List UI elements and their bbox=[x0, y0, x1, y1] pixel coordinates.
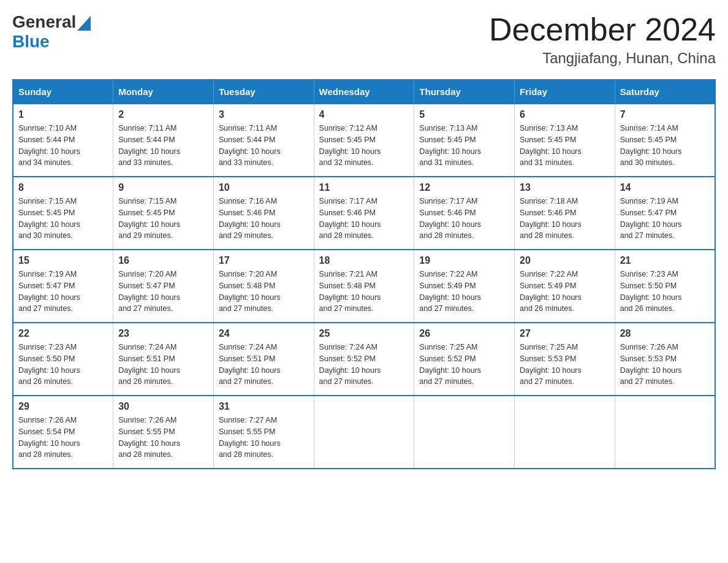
day-info: Sunrise: 7:25 AMSunset: 5:53 PMDaylight:… bbox=[520, 342, 610, 388]
logo-triangle-icon bbox=[77, 16, 91, 31]
day-info: Sunrise: 7:21 AMSunset: 5:48 PMDaylight:… bbox=[319, 269, 409, 315]
calendar-cell: 12Sunrise: 7:17 AMSunset: 5:46 PMDayligh… bbox=[414, 177, 515, 250]
calendar-cell: 3Sunrise: 7:11 AMSunset: 5:44 PMDaylight… bbox=[213, 104, 314, 177]
day-number: 20 bbox=[520, 255, 610, 266]
day-number: 16 bbox=[118, 255, 208, 266]
day-number: 7 bbox=[620, 109, 710, 120]
day-info: Sunrise: 7:23 AMSunset: 5:50 PMDaylight:… bbox=[620, 269, 710, 315]
day-info: Sunrise: 7:19 AMSunset: 5:47 PMDaylight:… bbox=[620, 196, 710, 242]
logo-general-text: General bbox=[12, 12, 76, 32]
calendar-cell bbox=[615, 396, 715, 469]
day-header-sunday: Sunday bbox=[13, 80, 113, 104]
day-info: Sunrise: 7:26 AMSunset: 5:53 PMDaylight:… bbox=[620, 342, 710, 388]
day-number: 3 bbox=[219, 109, 309, 120]
day-header-tuesday: Tuesday bbox=[213, 80, 314, 104]
day-number: 10 bbox=[219, 182, 309, 193]
day-info: Sunrise: 7:23 AMSunset: 5:50 PMDaylight:… bbox=[18, 342, 108, 388]
calendar-cell: 26Sunrise: 7:25 AMSunset: 5:52 PMDayligh… bbox=[414, 323, 515, 396]
page-header: General Blue December 2024 Tangjiafang, … bbox=[12, 12, 716, 67]
calendar-week-1: 1Sunrise: 7:10 AMSunset: 5:44 PMDaylight… bbox=[13, 104, 715, 177]
day-info: Sunrise: 7:11 AMSunset: 5:44 PMDaylight:… bbox=[219, 123, 309, 169]
day-info: Sunrise: 7:24 AMSunset: 5:52 PMDaylight:… bbox=[319, 342, 409, 388]
day-info: Sunrise: 7:15 AMSunset: 5:45 PMDaylight:… bbox=[18, 196, 108, 242]
day-number: 27 bbox=[520, 328, 610, 339]
calendar-cell: 17Sunrise: 7:20 AMSunset: 5:48 PMDayligh… bbox=[213, 250, 314, 323]
calendar-cell: 2Sunrise: 7:11 AMSunset: 5:44 PMDaylight… bbox=[113, 104, 214, 177]
day-number: 9 bbox=[118, 182, 208, 193]
day-number: 17 bbox=[219, 255, 309, 266]
day-number: 30 bbox=[118, 401, 208, 412]
day-header-thursday: Thursday bbox=[414, 80, 515, 104]
calendar-cell: 27Sunrise: 7:25 AMSunset: 5:53 PMDayligh… bbox=[515, 323, 615, 396]
calendar-cell: 19Sunrise: 7:22 AMSunset: 5:49 PMDayligh… bbox=[414, 250, 515, 323]
calendar-cell: 23Sunrise: 7:24 AMSunset: 5:51 PMDayligh… bbox=[113, 323, 214, 396]
calendar-cell: 14Sunrise: 7:19 AMSunset: 5:47 PMDayligh… bbox=[615, 177, 715, 250]
calendar-cell: 8Sunrise: 7:15 AMSunset: 5:45 PMDaylight… bbox=[13, 177, 113, 250]
calendar-cell: 20Sunrise: 7:22 AMSunset: 5:49 PMDayligh… bbox=[515, 250, 615, 323]
calendar-cell bbox=[414, 396, 515, 469]
calendar-cell: 11Sunrise: 7:17 AMSunset: 5:46 PMDayligh… bbox=[314, 177, 414, 250]
day-info: Sunrise: 7:24 AMSunset: 5:51 PMDaylight:… bbox=[219, 342, 309, 388]
day-info: Sunrise: 7:13 AMSunset: 5:45 PMDaylight:… bbox=[419, 123, 509, 169]
day-info: Sunrise: 7:22 AMSunset: 5:49 PMDaylight:… bbox=[520, 269, 610, 315]
day-info: Sunrise: 7:16 AMSunset: 5:46 PMDaylight:… bbox=[219, 196, 309, 242]
day-header-wednesday: Wednesday bbox=[314, 80, 414, 104]
day-info: Sunrise: 7:26 AMSunset: 5:54 PMDaylight:… bbox=[18, 415, 108, 461]
day-info: Sunrise: 7:18 AMSunset: 5:46 PMDaylight:… bbox=[520, 196, 610, 242]
day-number: 4 bbox=[319, 109, 409, 120]
calendar-cell: 29Sunrise: 7:26 AMSunset: 5:54 PMDayligh… bbox=[13, 396, 113, 469]
day-number: 23 bbox=[118, 328, 208, 339]
calendar-cell: 21Sunrise: 7:23 AMSunset: 5:50 PMDayligh… bbox=[615, 250, 715, 323]
day-number: 26 bbox=[419, 328, 509, 339]
day-info: Sunrise: 7:15 AMSunset: 5:45 PMDaylight:… bbox=[118, 196, 208, 242]
calendar-title: December 2024 bbox=[489, 12, 716, 47]
day-number: 22 bbox=[18, 328, 108, 339]
calendar-cell: 5Sunrise: 7:13 AMSunset: 5:45 PMDaylight… bbox=[414, 104, 515, 177]
calendar-cell bbox=[314, 396, 414, 469]
calendar-week-4: 22Sunrise: 7:23 AMSunset: 5:50 PMDayligh… bbox=[13, 323, 715, 396]
day-number: 18 bbox=[319, 255, 409, 266]
day-number: 5 bbox=[419, 109, 509, 120]
day-info: Sunrise: 7:20 AMSunset: 5:47 PMDaylight:… bbox=[118, 269, 208, 315]
day-number: 6 bbox=[520, 109, 610, 120]
day-number: 8 bbox=[18, 182, 108, 193]
calendar-cell: 9Sunrise: 7:15 AMSunset: 5:45 PMDaylight… bbox=[113, 177, 214, 250]
day-number: 21 bbox=[620, 255, 710, 266]
day-number: 15 bbox=[18, 255, 108, 266]
calendar-cell: 6Sunrise: 7:13 AMSunset: 5:45 PMDaylight… bbox=[515, 104, 615, 177]
day-header-friday: Friday bbox=[515, 80, 615, 104]
logo-blue-text: Blue bbox=[12, 32, 50, 52]
day-info: Sunrise: 7:24 AMSunset: 5:51 PMDaylight:… bbox=[118, 342, 208, 388]
day-number: 24 bbox=[219, 328, 309, 339]
calendar-cell: 22Sunrise: 7:23 AMSunset: 5:50 PMDayligh… bbox=[13, 323, 113, 396]
calendar-week-2: 8Sunrise: 7:15 AMSunset: 5:45 PMDaylight… bbox=[13, 177, 715, 250]
day-info: Sunrise: 7:25 AMSunset: 5:52 PMDaylight:… bbox=[419, 342, 509, 388]
day-number: 1 bbox=[18, 109, 108, 120]
day-info: Sunrise: 7:26 AMSunset: 5:55 PMDaylight:… bbox=[118, 415, 208, 461]
calendar-subtitle: Tangjiafang, Hunan, China bbox=[489, 50, 716, 67]
calendar-cell: 30Sunrise: 7:26 AMSunset: 5:55 PMDayligh… bbox=[113, 396, 214, 469]
calendar-cell: 13Sunrise: 7:18 AMSunset: 5:46 PMDayligh… bbox=[515, 177, 615, 250]
day-number: 29 bbox=[18, 401, 108, 412]
calendar-cell bbox=[515, 396, 615, 469]
calendar-header: SundayMondayTuesdayWednesdayThursdayFrid… bbox=[13, 80, 715, 104]
calendar-cell: 25Sunrise: 7:24 AMSunset: 5:52 PMDayligh… bbox=[314, 323, 414, 396]
calendar-cell: 31Sunrise: 7:27 AMSunset: 5:55 PMDayligh… bbox=[213, 396, 314, 469]
day-header-saturday: Saturday bbox=[615, 80, 715, 104]
day-info: Sunrise: 7:20 AMSunset: 5:48 PMDaylight:… bbox=[219, 269, 309, 315]
day-number: 2 bbox=[118, 109, 208, 120]
logo: General Blue bbox=[12, 12, 91, 52]
title-block: December 2024 Tangjiafang, Hunan, China bbox=[489, 12, 716, 67]
calendar-week-5: 29Sunrise: 7:26 AMSunset: 5:54 PMDayligh… bbox=[13, 396, 715, 469]
day-info: Sunrise: 7:22 AMSunset: 5:49 PMDaylight:… bbox=[419, 269, 509, 315]
calendar-cell: 4Sunrise: 7:12 AMSunset: 5:45 PMDaylight… bbox=[314, 104, 414, 177]
day-number: 25 bbox=[319, 328, 409, 339]
day-number: 11 bbox=[319, 182, 409, 193]
calendar-week-3: 15Sunrise: 7:19 AMSunset: 5:47 PMDayligh… bbox=[13, 250, 715, 323]
calendar-body: 1Sunrise: 7:10 AMSunset: 5:44 PMDaylight… bbox=[13, 104, 715, 469]
calendar-cell: 24Sunrise: 7:24 AMSunset: 5:51 PMDayligh… bbox=[213, 323, 314, 396]
day-header-monday: Monday bbox=[113, 80, 214, 104]
calendar-table: SundayMondayTuesdayWednesdayThursdayFrid… bbox=[12, 79, 716, 469]
day-number: 14 bbox=[620, 182, 710, 193]
day-info: Sunrise: 7:17 AMSunset: 5:46 PMDaylight:… bbox=[419, 196, 509, 242]
